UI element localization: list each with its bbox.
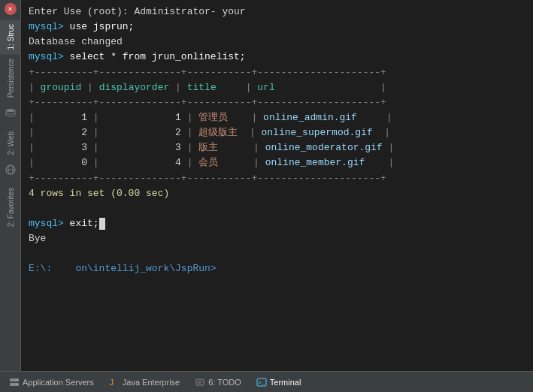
terminal-line: +----------+--------------+-----------+-… (29, 65, 525, 80)
terminal-line: mysql> select * from jrun_onlinelist; (29, 50, 525, 65)
sidebar: ✕ 1: Struc Persistence 2: Web (0, 0, 21, 371)
toolbar-application-servers[interactable]: Application Servers (3, 375, 100, 389)
toolbar-label: Java Enterprise (123, 378, 180, 387)
svg-rect-9 (196, 379, 204, 385)
toolbar-label: Terminal (270, 378, 301, 387)
todo-icon (195, 377, 205, 387)
cursor (99, 218, 105, 230)
database-icon[interactable] (3, 106, 18, 121)
table-row: | 2 | 2 | 超级版主 | online_supermod.gif | (29, 125, 525, 140)
prompt: mysql> (29, 21, 70, 32)
svg-point-7 (17, 384, 18, 385)
terminal-line: | groupid | displayorder | title | url | (29, 80, 525, 95)
command: use jsprun; (70, 21, 135, 32)
terminal-icon: >_ (256, 377, 267, 387)
terminal-line (29, 201, 525, 216)
svg-text:>_: >_ (258, 379, 265, 386)
terminal-line: +----------+--------------+-----------+-… (29, 95, 525, 110)
toolbar-todo[interactable]: 6: TODO (189, 375, 247, 389)
sidebar-item-web[interactable]: 2: Web (0, 127, 21, 160)
toolbar-terminal[interactable]: >_ Terminal (250, 375, 307, 389)
server-icon (9, 377, 20, 387)
terminal-line: E:\: on\intellij_work\JspRun> (29, 261, 525, 276)
terminal-line: mysql> use jsprun; (29, 20, 525, 35)
table-row: | 0 | 4 | 会员 | online_member.gif | (29, 155, 525, 170)
toolbar-label: 6: TODO (208, 378, 241, 387)
terminal-line: +----------+--------------+-----------+-… (29, 171, 525, 186)
command: select * from jrun_onlinelist; (70, 51, 246, 62)
toolbar-java-enterprise[interactable]: J Java Enterprise (103, 375, 186, 389)
terminal-line: Enter Use (root): Administrator- your (29, 5, 525, 20)
sidebar-icons-2 (3, 162, 18, 177)
bottom-toolbar: Application Servers J Java Enterprise 6:… (0, 371, 533, 392)
terminal-line: mysql> exit; (29, 216, 525, 231)
main-area: ✕ 1: Struc Persistence 2: Web (0, 0, 533, 371)
sidebar-item-struc[interactable]: 1: Struc (0, 20, 21, 54)
sidebar-icons (3, 106, 18, 121)
svg-point-6 (17, 379, 18, 381)
sidebar-item-favorites[interactable]: 2: Favorites (0, 183, 21, 231)
terminal-line: 4 rows in set (0.00 sec) (29, 186, 525, 201)
svg-text:J: J (110, 378, 114, 387)
close-button[interactable]: ✕ (5, 3, 17, 15)
toolbar-label: Application Servers (23, 378, 94, 387)
terminal-line: Database changed (29, 35, 525, 50)
sidebar-item-persistence[interactable]: Persistence (0, 54, 21, 102)
terminal-content[interactable]: Enter Use (root): Administrator- your my… (21, 0, 533, 371)
java-icon: J (109, 377, 120, 387)
svg-point-0 (6, 109, 15, 112)
terminal-line (29, 246, 525, 261)
prompt: mysql> (29, 51, 70, 62)
terminal-line: Bye (29, 231, 525, 246)
table-row: | 1 | 1 | 管理员 | online_admin.gif | (29, 110, 525, 125)
command: exit; (70, 218, 105, 229)
table-row: | 3 | 3 | 版主 | online_moderator.gif | (29, 140, 525, 155)
web-icon[interactable] (3, 162, 18, 177)
prompt: mysql> (29, 218, 70, 229)
